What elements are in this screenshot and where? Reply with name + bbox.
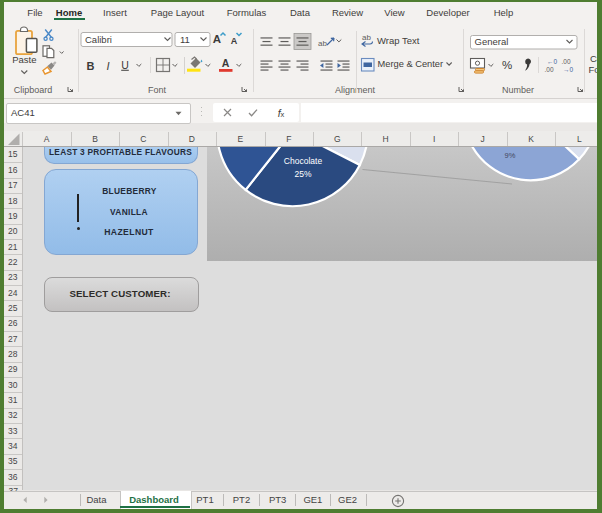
svg-text:.00: .00 (545, 66, 554, 73)
svg-text:.00: .00 (562, 58, 571, 65)
svg-text:ab: ab (362, 33, 371, 42)
svg-text:→0: →0 (563, 66, 574, 73)
svg-text:ab: ab (318, 39, 327, 48)
svg-text:←0: ←0 (547, 58, 558, 65)
